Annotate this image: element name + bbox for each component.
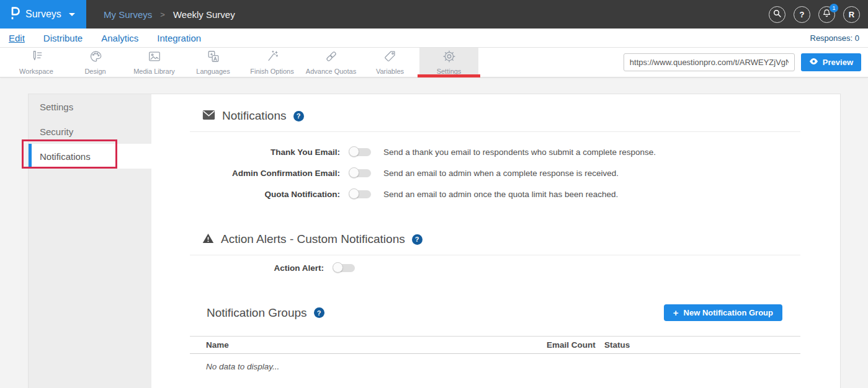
action-alert-toggle[interactable] (333, 262, 356, 274)
preview-button[interactable]: Preview (801, 53, 861, 71)
notifications-section-title: Notifications (222, 109, 287, 123)
toolbar-right-actions: Preview (624, 53, 861, 71)
admin-confirmation-email-label: Admin Confirmation Email: (202, 169, 340, 178)
notification-count-badge: 1 (830, 4, 838, 12)
toolbar-item-finish-options[interactable]: Finish Options (243, 48, 302, 77)
toolbar-item-design[interactable]: Design (66, 48, 125, 77)
help-button[interactable]: ? (794, 6, 810, 23)
breadcrumb-separator: > (160, 10, 165, 19)
nav-tab-distribute[interactable]: Distribute (43, 33, 83, 43)
notification-groups-title: Notification Groups (207, 306, 307, 320)
sidebar-item-settings[interactable]: Settings (29, 94, 151, 119)
action-alerts-section-header: Action Alerts - Custom Notifications ? (190, 232, 800, 246)
sidebar-item-security[interactable]: Security (29, 119, 151, 144)
toolbar-item-label: Variables (376, 68, 404, 75)
settings-gear-icon (442, 50, 456, 66)
workspace-icon (30, 50, 43, 66)
section-divider (190, 255, 800, 255)
notifications-content: Notifications ? Thank You Email: Send a … (151, 94, 840, 388)
toolbar-item-variables[interactable]: Variables (360, 48, 419, 77)
chevron-down-icon (69, 13, 75, 16)
quota-notification-label: Quota Notification: (202, 190, 340, 199)
thank-you-email-label: Thank You Email: (202, 148, 340, 157)
new-notification-group-label: New Notification Group (684, 308, 773, 317)
top-header: Surveys My Surveys > Weekly Survey ? (0, 0, 868, 29)
column-header-email-count: Email Count (547, 340, 604, 350)
nav-tab-edit[interactable]: Edit (9, 33, 25, 43)
thank-you-email-row: Thank You Email: Send a thank you email … (190, 146, 800, 158)
column-header-name: Name (190, 340, 547, 350)
table-header-row: Name Email Count Status (190, 336, 800, 354)
search-button[interactable] (769, 6, 785, 23)
responses-count: Responses: 0 (810, 33, 860, 43)
product-name: Surveys (25, 9, 61, 20)
notifications-section-header: Notifications ? (190, 109, 800, 123)
notification-toggle-rows: Thank You Email: Send a thank you email … (190, 146, 800, 200)
notification-groups-table: Name Email Count Status No data to displ… (190, 336, 800, 371)
action-alert-row: Action Alert: (190, 262, 800, 274)
edit-toolbar: Workspace Design Media Library (0, 48, 868, 77)
media-library-icon (148, 50, 161, 66)
warning-triangle-icon (202, 233, 214, 246)
action-alerts-section: Action Alerts - Custom Notifications ? A… (190, 232, 800, 274)
notifications-button[interactable]: 1 (818, 6, 835, 23)
toolbar-item-label: Finish Options (250, 68, 293, 75)
survey-url-input[interactable] (624, 53, 795, 71)
nav-tab-analytics[interactable]: Analytics (101, 33, 138, 43)
new-notification-group-button[interactable]: + New Notification Group (664, 304, 782, 321)
toolbar-item-advance-quotas[interactable]: Advance Quotas (302, 48, 360, 77)
questionpro-logo-icon (10, 6, 20, 24)
envelope-icon (202, 110, 215, 123)
quota-notification-toggle[interactable] (349, 188, 372, 200)
languages-icon (207, 50, 220, 66)
design-palette-icon (89, 50, 102, 66)
toolbar-item-label: Advance Quotas (306, 68, 356, 75)
column-header-status: Status (604, 340, 800, 350)
toolbar-item-languages[interactable]: Languages (184, 48, 243, 77)
nav-tab-integration[interactable]: Integration (157, 33, 201, 43)
action-alerts-help-icon[interactable]: ? (412, 234, 423, 245)
table-empty-message: No data to display... (190, 354, 800, 371)
preview-button-label: Preview (823, 58, 853, 67)
user-avatar[interactable]: R (843, 6, 860, 23)
action-alerts-section-title: Action Alerts - Custom Notifications (221, 232, 405, 246)
action-alert-label: Action Alert: (202, 263, 324, 273)
plus-icon: + (673, 308, 679, 317)
topbar-actions: ? 1 R (769, 0, 868, 29)
page-body: Settings Security Notifications Notifica… (0, 77, 868, 388)
toolbar-item-workspace[interactable]: Workspace (7, 48, 66, 77)
admin-confirmation-email-description: Send an email to admin when a complete r… (383, 169, 619, 178)
thank-you-email-description: Send a thank you email to respondents wh… (383, 148, 656, 157)
finish-options-wand-icon (266, 50, 279, 66)
sidebar-item-notifications[interactable]: Notifications (29, 144, 151, 169)
section-divider (190, 131, 800, 132)
breadcrumb-current-survey: Weekly Survey (173, 9, 235, 20)
quota-notification-row: Quota Notification: Send an email to adm… (190, 188, 800, 200)
advance-quotas-link-icon (324, 50, 338, 66)
avatar-initial: R (849, 10, 854, 19)
notification-groups-help-icon[interactable]: ? (314, 307, 324, 318)
toolbar-item-label: Languages (196, 68, 230, 75)
notification-groups-header: Notification Groups ? + New Notification… (190, 304, 800, 321)
admin-confirmation-email-row: Admin Confirmation Email: Send an email … (190, 167, 800, 179)
variables-tag-icon (383, 50, 397, 66)
toolbar-item-settings[interactable]: Settings (419, 48, 478, 77)
search-icon (772, 9, 782, 20)
breadcrumb-my-surveys[interactable]: My Surveys (104, 9, 152, 20)
action-alert-toggle-rows: Action Alert: (190, 262, 800, 274)
toolbar-item-label: Settings (437, 68, 462, 75)
toolbar-item-label: Media Library (133, 68, 175, 75)
survey-nav: Edit Distribute Analytics Integration Re… (0, 29, 868, 48)
settings-card: Settings Security Notifications Notifica… (28, 94, 841, 388)
admin-confirmation-email-toggle[interactable] (349, 167, 372, 179)
thank-you-email-toggle[interactable] (349, 146, 372, 158)
quota-notification-description: Send an email to admin once the quota li… (383, 190, 618, 199)
eye-icon (809, 58, 818, 67)
question-mark-icon: ? (800, 10, 805, 19)
settings-sidebar: Settings Security Notifications (29, 94, 151, 388)
notifications-help-icon[interactable]: ? (293, 111, 304, 121)
toolbar-item-label: Workspace (19, 68, 53, 75)
product-switcher[interactable]: Surveys (0, 0, 86, 29)
breadcrumb: My Surveys > Weekly Survey (86, 0, 235, 29)
toolbar-item-media-library[interactable]: Media Library (125, 48, 184, 77)
